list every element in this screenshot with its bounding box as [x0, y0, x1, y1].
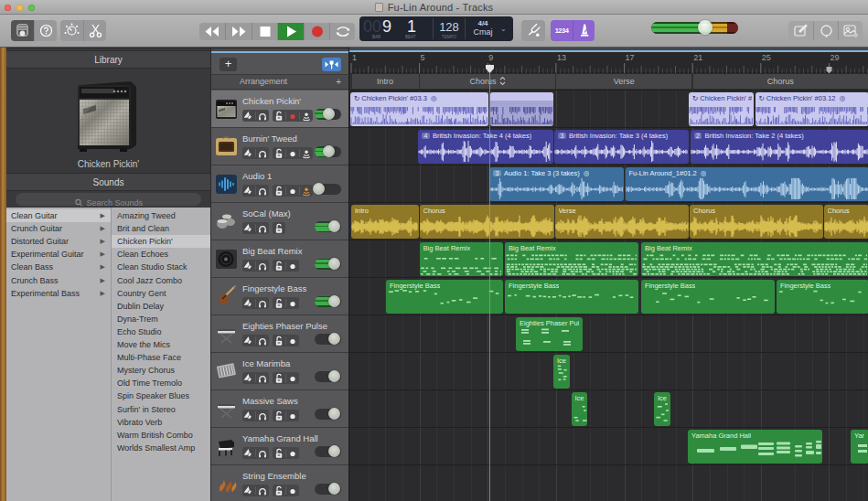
svg-text:5: 5	[421, 53, 425, 62]
svg-text:25: 25	[762, 53, 771, 62]
svg-text:♪: ♪	[854, 30, 859, 39]
svg-text:13: 13	[557, 53, 566, 62]
svg-text:21: 21	[693, 53, 702, 62]
svg-text:1: 1	[352, 53, 357, 62]
svg-text:17: 17	[626, 53, 635, 62]
